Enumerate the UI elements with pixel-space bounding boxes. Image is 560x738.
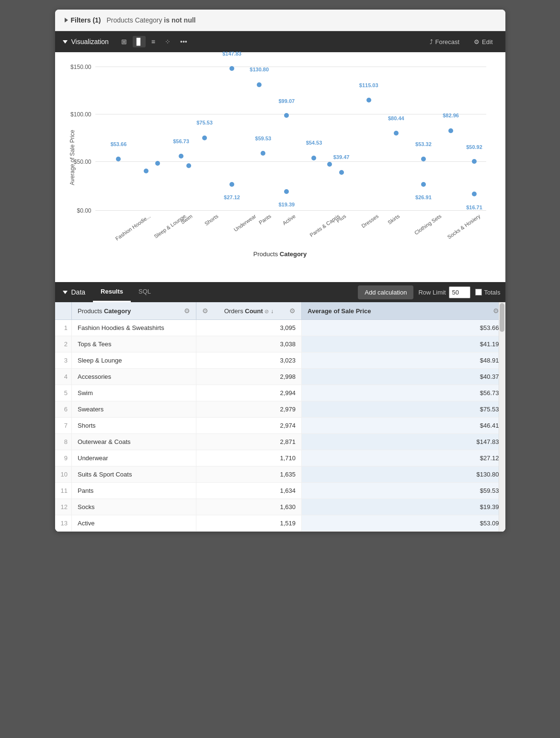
- th-orders-gear[interactable]: ⚙: [202, 307, 208, 315]
- viz-collapse-icon[interactable]: [63, 40, 68, 44]
- dot-label-swim: $56.73: [173, 138, 189, 144]
- x-axis: Fashion Hoodie... Sleep & Lounge Swim Sh…: [95, 210, 486, 249]
- x-label-7: Active: [281, 213, 296, 226]
- bar-view-btn[interactable]: ▊: [133, 36, 146, 47]
- dot-1[interactable]: [116, 157, 121, 161]
- y-axis-label: Average of Sale Price: [69, 130, 76, 185]
- scrollbar[interactable]: [499, 302, 505, 532]
- dot-pantscapris[interactable]: [311, 156, 316, 160]
- cell-rownum: 8: [55, 434, 72, 450]
- dot-plus[interactable]: [339, 170, 344, 175]
- dot-plus-b[interactable]: [327, 162, 332, 167]
- dot-sleep-b[interactable]: [155, 161, 160, 166]
- table-row: 5 Swim 2,994 $56.73: [55, 385, 505, 401]
- dot-dresses[interactable]: [366, 98, 371, 102]
- tab-results[interactable]: Results: [93, 282, 131, 302]
- filter-condition: Products Category is not null: [107, 16, 196, 24]
- table-row: 13 Active 1,519 $53.09: [55, 515, 505, 532]
- scroll-thumb[interactable]: [500, 303, 504, 332]
- dot-label-clothing-b: $82.96: [443, 113, 459, 118]
- dot-suits[interactable]: [257, 82, 262, 87]
- dot-swim[interactable]: [179, 154, 183, 159]
- data-section-title[interactable]: Data: [55, 283, 93, 302]
- filters-label: Filters (1): [71, 16, 101, 24]
- dot-clothing[interactable]: [421, 157, 426, 161]
- cell-category: Outerwear & Coats: [72, 434, 196, 450]
- viz-toolbar: Visualization ⊞ ▊ ≡ ⁘ ••• ⤴ Forecast ⚙ E…: [55, 31, 505, 52]
- dot-label-pantscapris: $54.53: [306, 140, 322, 146]
- th-category-gear[interactable]: ⚙: [184, 307, 190, 315]
- forecast-icon: ⤴: [430, 38, 433, 45]
- dot-label-underwear: $27.12: [224, 194, 240, 200]
- th-avg-price[interactable]: Average of Sale Price ⚙: [302, 302, 505, 320]
- tab-sql[interactable]: SQL: [131, 282, 159, 302]
- cell-avg-price: $53.09: [302, 515, 505, 532]
- table-header-row: Products Category ⚙ ⚙ Orders Count ⊘ ↓: [55, 302, 505, 320]
- scatter-view-btn[interactable]: ⁘: [161, 36, 174, 47]
- forecast-btn[interactable]: ⤴ Forecast: [425, 36, 465, 47]
- filters-bar: Filters (1) Products Category is not nul…: [55, 10, 505, 31]
- more-view-btn[interactable]: •••: [176, 36, 191, 47]
- cell-orders: 1,630: [196, 499, 302, 515]
- cell-avg-price: $130.80: [302, 466, 505, 483]
- data-collapse-icon[interactable]: [63, 291, 68, 294]
- filters-title[interactable]: Filters (1): [65, 16, 101, 24]
- grid-line-50: $50.00: [95, 161, 486, 162]
- cell-category: Sweaters: [72, 401, 196, 418]
- totals-checkbox[interactable]: [475, 289, 482, 295]
- dot-label-sockshosiery-b: $16.71: [466, 204, 482, 210]
- dot-sleep-a[interactable]: [144, 169, 149, 173]
- th-category-label: Products Category: [78, 307, 131, 315]
- x-label-6: Pants: [258, 213, 272, 226]
- dot-label-sockshosiery: $50.92: [466, 144, 482, 150]
- cell-avg-price: $56.73: [302, 385, 505, 401]
- cell-avg-price: $41.19: [302, 336, 505, 352]
- edit-btn[interactable]: ⚙ Edit: [469, 36, 497, 47]
- th-orders-sort-icon[interactable]: ↓: [271, 308, 274, 315]
- dot-sweaters[interactable]: [202, 136, 207, 140]
- table-row: 1 Fashion Hoodies & Sweatshirts 3,095 $5…: [55, 320, 505, 336]
- filter-operator: is not null: [164, 16, 195, 24]
- dot-label-suits: $130.80: [250, 67, 269, 72]
- dot-clothing-b[interactable]: [448, 128, 453, 133]
- cell-avg-price: $147.83: [302, 434, 505, 450]
- cell-orders: 1,634: [196, 483, 302, 499]
- cell-category: Accessories: [72, 369, 196, 385]
- cell-avg-price: $46.41: [302, 418, 505, 434]
- row-limit-input[interactable]: [449, 286, 470, 298]
- viz-section-title[interactable]: Visualization: [63, 38, 109, 45]
- add-calculation-btn[interactable]: Add calculation: [358, 285, 413, 299]
- grid-line-100: $100.00: [95, 114, 486, 114]
- th-orders-gear2[interactable]: ⚙: [289, 307, 296, 315]
- dot-outerwear[interactable]: [229, 66, 234, 71]
- dot-sockshosiery[interactable]: [472, 159, 477, 164]
- th-orders[interactable]: ⚙ Orders Count ⊘ ↓ ⚙: [196, 302, 302, 320]
- cell-rownum: 5: [55, 385, 72, 401]
- cell-category: Suits & Sport Coats: [72, 466, 196, 483]
- x-label-10: Dresses: [361, 213, 380, 229]
- totals-label[interactable]: Totals: [475, 289, 501, 296]
- row-limit-label: Row Limit: [418, 289, 446, 296]
- viz-label: Visualization: [71, 38, 109, 45]
- table-row: 7 Shorts 2,974 $46.41: [55, 418, 505, 434]
- dot-pants[interactable]: [261, 151, 265, 156]
- dot-skirts[interactable]: [394, 131, 399, 136]
- dot-shorts-a[interactable]: [186, 163, 191, 168]
- grid-line-top: $150.00: [95, 67, 486, 67]
- cell-category: Underwear: [72, 450, 196, 466]
- pivot-view-btn[interactable]: ≡: [148, 36, 159, 47]
- dot-skirts-b[interactable]: [421, 182, 426, 187]
- dot-active-val[interactable]: [284, 113, 289, 118]
- filters-expand-icon[interactable]: [65, 18, 68, 23]
- dot-underwear[interactable]: [229, 182, 234, 187]
- cell-orders: 2,979: [196, 401, 302, 418]
- chart-area: Average of Sale Price $150.00 $100.00 $5…: [55, 52, 505, 282]
- cell-orders: 1,519: [196, 515, 302, 532]
- table-view-btn[interactable]: ⊞: [117, 36, 131, 47]
- dot-sockshosiery-b[interactable]: [472, 192, 477, 196]
- th-category[interactable]: Products Category ⚙: [72, 302, 196, 320]
- dot-socks[interactable]: [284, 189, 289, 194]
- edit-icon: ⚙: [474, 38, 480, 45]
- cell-category: Tops & Tees: [72, 336, 196, 352]
- dot-label-1: $53.66: [111, 141, 127, 147]
